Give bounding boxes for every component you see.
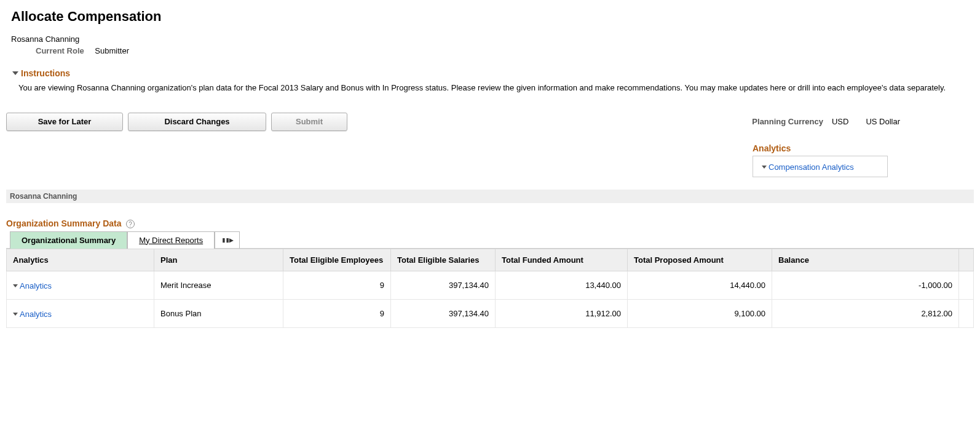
col-total-eligible-salaries[interactable]: Total Eligible Salaries: [391, 249, 496, 271]
analytics-box: Compensation Analytics: [753, 156, 888, 177]
cell-proposed: 14,440.00: [628, 271, 772, 299]
col-total-funded[interactable]: Total Funded Amount: [496, 249, 628, 271]
cell-emp: 9: [283, 299, 391, 327]
save-for-later-button[interactable]: Save for Later: [6, 113, 123, 131]
cell-sal: 397,134.40: [391, 271, 496, 299]
chevron-down-icon: [13, 313, 18, 316]
col-total-eligible-employees[interactable]: Total Eligible Employees: [283, 249, 391, 271]
instructions-toggle[interactable]: Instructions: [12, 68, 70, 78]
planning-currency-code: USD: [832, 117, 848, 126]
cell-plan: Merit Increase: [154, 271, 283, 299]
cell-balance: -1,000.00: [772, 271, 959, 299]
discard-changes-button[interactable]: Discard Changes: [128, 113, 266, 131]
cell-emp: 9: [283, 271, 391, 299]
table-row: Analytics Bonus Plan 9 397,134.40 11,912…: [7, 299, 974, 327]
tab-my-direct-reports[interactable]: My Direct Reports: [127, 231, 215, 249]
chevron-down-icon: [762, 166, 767, 169]
submit-button[interactable]: Submit: [271, 113, 347, 131]
col-balance[interactable]: Balance: [772, 249, 959, 271]
help-icon[interactable]: ?: [126, 220, 135, 228]
planning-currency-desc: US Dollar: [866, 117, 900, 126]
col-total-proposed[interactable]: Total Proposed Amount: [628, 249, 772, 271]
current-role-value: Submitter: [95, 46, 129, 55]
tab-my-direct-reports-label: My Direct Reports: [139, 236, 203, 245]
cell-balance: 2,812.00: [772, 299, 959, 327]
expand-icon: ▮▮▶: [221, 236, 233, 244]
table-row: Analytics Merit Increase 9 397,134.40 13…: [7, 271, 974, 299]
chevron-down-icon: [12, 71, 18, 75]
org-context-bar: Rosanna Channing: [6, 190, 974, 203]
cell-spacer: [959, 299, 974, 327]
cell-spacer: [959, 271, 974, 299]
cell-plan: Bonus Plan: [154, 299, 283, 327]
cell-sal: 397,134.40: [391, 299, 496, 327]
col-plan[interactable]: Plan: [154, 249, 283, 271]
row-analytics-label: Analytics: [20, 310, 52, 319]
cell-proposed: 9,100.00: [628, 299, 772, 327]
instructions-header-label: Instructions: [21, 68, 70, 78]
col-analytics[interactable]: Analytics: [7, 249, 154, 271]
compensation-analytics-link[interactable]: Compensation Analytics: [762, 162, 854, 172]
row-analytics-label: Analytics: [20, 281, 52, 290]
compensation-analytics-label: Compensation Analytics: [769, 162, 854, 172]
cell-funded: 13,440.00: [496, 271, 628, 299]
analytics-section-title: Analytics: [753, 143, 968, 153]
org-summary-table: Analytics Plan Total Eligible Employees …: [6, 249, 974, 328]
tab-organizational-summary[interactable]: Organizational Summary: [10, 231, 127, 249]
cell-funded: 11,912.00: [496, 299, 628, 327]
page-title: Allocate Compensation: [11, 9, 974, 25]
col-spacer: [959, 249, 974, 271]
chevron-down-icon: [13, 284, 18, 287]
org-summary-title: Organization Summary Data: [6, 218, 122, 228]
row-analytics-link[interactable]: Analytics: [13, 310, 52, 319]
user-name: Rosanna Channing: [11, 34, 974, 44]
tab-organizational-summary-label: Organizational Summary: [22, 236, 116, 245]
current-role-label: Current Role: [36, 46, 84, 55]
planning-currency-label: Planning Currency: [752, 117, 823, 126]
instructions-body: You are viewing Rosanna Channing organiz…: [18, 82, 962, 94]
row-analytics-link[interactable]: Analytics: [13, 281, 52, 290]
tab-expand-button[interactable]: ▮▮▶: [215, 231, 240, 249]
